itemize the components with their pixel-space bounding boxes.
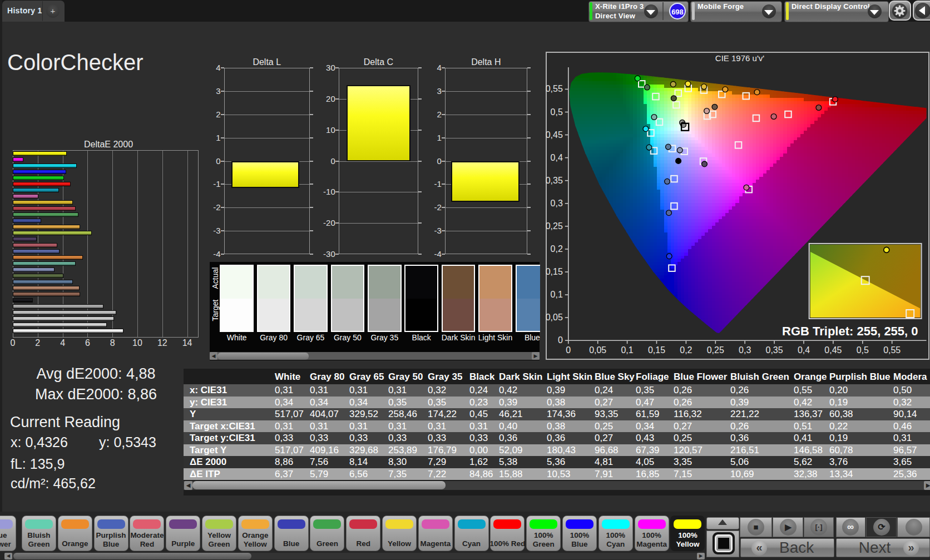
svg-text:0,2: 0,2 <box>551 244 563 254</box>
svg-text:0,15: 0,15 <box>648 345 665 355</box>
svg-text:0,35: 0,35 <box>546 176 563 185</box>
svg-text:0,05: 0,05 <box>589 345 606 355</box>
svg-text:0,55: 0,55 <box>883 345 901 355</box>
svg-text:0,5: 0,5 <box>551 107 563 117</box>
svg-text:0,1: 0,1 <box>551 290 563 299</box>
svg-text:0,05: 0,05 <box>546 313 563 322</box>
svg-text:0,5: 0,5 <box>857 345 869 355</box>
svg-text:0,25: 0,25 <box>546 221 563 231</box>
svg-text:0,2: 0,2 <box>680 345 692 355</box>
svg-text:0,4: 0,4 <box>798 345 810 355</box>
svg-text:0: 0 <box>558 335 563 345</box>
svg-text:0,45: 0,45 <box>824 345 842 355</box>
svg-text:0,4: 0,4 <box>551 153 563 162</box>
svg-text:0,35: 0,35 <box>766 345 783 355</box>
svg-text:RGB Triplet: 255, 255, 0: RGB Triplet: 255, 255, 0 <box>782 324 918 338</box>
svg-text:0,1: 0,1 <box>621 345 633 355</box>
svg-text:0,15: 0,15 <box>546 267 563 276</box>
svg-text:0,3: 0,3 <box>551 199 563 208</box>
svg-text:0,45: 0,45 <box>546 130 563 140</box>
svg-text:0,55: 0,55 <box>546 84 563 93</box>
svg-text:0,3: 0,3 <box>739 345 751 355</box>
svg-text:0,25: 0,25 <box>707 345 724 355</box>
svg-text:0: 0 <box>566 345 571 355</box>
